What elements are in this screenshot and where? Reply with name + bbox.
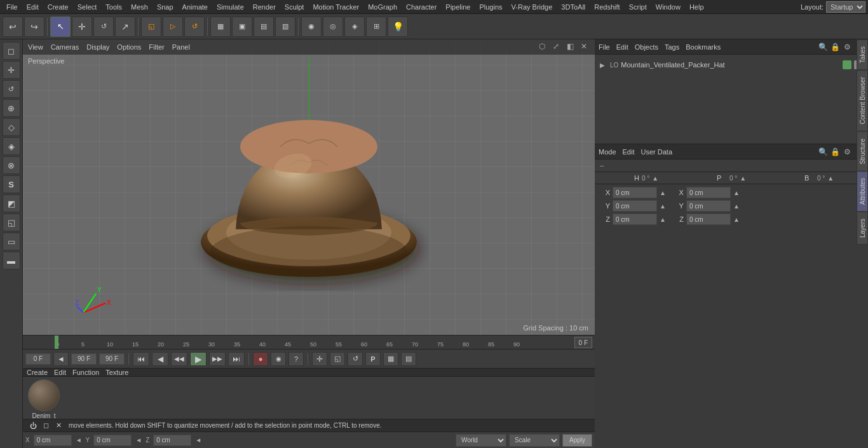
menu-render[interactable]: Render bbox=[249, 2, 280, 12]
grid-btn2[interactable]: ▦ bbox=[383, 352, 398, 366]
x-pos-input[interactable] bbox=[613, 187, 657, 198]
z-size-input[interactable] bbox=[686, 214, 731, 225]
poly-select-btn[interactable]: ◱ bbox=[330, 352, 345, 366]
model-mode-btn[interactable]: ▷ bbox=[163, 17, 183, 37]
sidebar-rect-btn[interactable]: ▭ bbox=[3, 233, 20, 250]
sidebar-bend-btn[interactable]: ◱ bbox=[3, 214, 20, 231]
vtab-content-browser[interactable]: Content Browser bbox=[857, 70, 868, 131]
coord-h-arrow[interactable]: ▲ bbox=[652, 175, 658, 182]
record-btn[interactable]: ● bbox=[253, 352, 268, 366]
timeline-row[interactable]: 0 5 10 15 20 25 30 35 40 45 50 55 60 65 … bbox=[23, 335, 595, 349]
array-btn[interactable]: ◈ bbox=[344, 17, 365, 37]
viewport[interactable]: View Cameras Display Options Filter Pane… bbox=[23, 39, 595, 335]
coord-b-arrow[interactable]: ▲ bbox=[827, 175, 834, 182]
vp-menu-display[interactable]: Display bbox=[86, 43, 109, 51]
prev-frame-btn[interactable]: ◀ bbox=[152, 352, 168, 366]
z-pos-arrow[interactable]: ▲ bbox=[660, 216, 666, 223]
menu-file[interactable]: File bbox=[3, 2, 22, 12]
obj-visibility-dot[interactable] bbox=[843, 60, 851, 69]
end-frame-input2[interactable] bbox=[99, 353, 125, 365]
menu-vray[interactable]: V-Ray Bridge bbox=[508, 2, 557, 12]
mat-menu-texture[interactable]: Texture bbox=[105, 369, 128, 376]
mat-menu-create[interactable]: Create bbox=[27, 369, 48, 376]
render-settings-btn[interactable]: ▧ bbox=[275, 17, 295, 37]
boole-btn[interactable]: ◉ bbox=[301, 17, 322, 37]
attr-menu-edit[interactable]: Edit bbox=[623, 148, 635, 156]
y-size-input[interactable] bbox=[686, 200, 731, 212]
vp-icon-close[interactable]: ✕ bbox=[578, 41, 590, 52]
render-region-btn[interactable]: ▦ bbox=[210, 17, 231, 37]
world-select[interactable]: World Object Screen bbox=[456, 434, 506, 447]
sidebar-add-btn[interactable]: ⊕ bbox=[3, 99, 20, 117]
vp-menu-panel[interactable]: Panel bbox=[172, 43, 190, 51]
y-size-arrow[interactable]: ▲ bbox=[733, 203, 740, 210]
z-pos-input[interactable] bbox=[613, 214, 657, 225]
attr-lock-icon[interactable]: 🔒 bbox=[830, 147, 840, 157]
p-btn[interactable]: P bbox=[365, 352, 381, 366]
select-mode-button[interactable]: ↖ bbox=[50, 17, 71, 37]
go-end-btn[interactable]: ⏭ bbox=[228, 352, 245, 366]
vp-menu-cameras[interactable]: Cameras bbox=[51, 43, 79, 51]
attr-menu-userdata[interactable]: User Data bbox=[641, 148, 673, 156]
obj-search-icon[interactable]: 🔍 bbox=[818, 42, 828, 52]
menu-plugins[interactable]: Plugins bbox=[475, 2, 506, 12]
sidebar-uv-btn[interactable]: ◈ bbox=[3, 137, 20, 155]
obj-menu-file[interactable]: File bbox=[599, 43, 610, 51]
vp-menu-view[interactable]: View bbox=[28, 43, 43, 51]
y-pos-arrow[interactable]: ▲ bbox=[660, 203, 666, 210]
vtab-layers[interactable]: Layers bbox=[857, 212, 868, 245]
vtab-attributes[interactable]: Attributes bbox=[857, 171, 868, 212]
menu-mograph[interactable]: MoGraph bbox=[364, 2, 401, 12]
status-power-icon[interactable]: ⏻ bbox=[28, 421, 38, 431]
sidebar-model-btn[interactable]: ◻ bbox=[3, 42, 20, 60]
vp-icon-expand[interactable]: ⬡ bbox=[536, 41, 548, 52]
menu-simulate[interactable]: Simulate bbox=[213, 2, 248, 12]
attr-settings-icon[interactable]: ⚙ bbox=[842, 147, 852, 157]
menu-animate[interactable]: Animate bbox=[179, 2, 212, 12]
obj-expand-arrow[interactable]: ▶ bbox=[600, 62, 607, 69]
menu-window[interactable]: Window bbox=[652, 2, 684, 12]
rotate-tool-btn[interactable]: ↺ bbox=[348, 352, 363, 366]
attr-search-icon[interactable]: 🔍 bbox=[818, 147, 828, 157]
light-btn[interactable]: 💡 bbox=[388, 17, 408, 37]
menu-sculpt[interactable]: Sculpt bbox=[281, 2, 308, 12]
menu-snap[interactable]: Snap bbox=[153, 2, 177, 12]
menu-help[interactable]: Help bbox=[686, 2, 708, 12]
sidebar-split-btn[interactable]: ◩ bbox=[3, 194, 20, 212]
render-btn[interactable]: ▤ bbox=[254, 17, 274, 37]
x-size-arrow[interactable]: ▲ bbox=[733, 189, 740, 196]
next-frame-btn[interactable]: ▶▶ bbox=[209, 352, 226, 366]
menu-create[interactable]: Create bbox=[44, 2, 72, 12]
menu-redshift[interactable]: Redshift bbox=[590, 2, 623, 12]
obj-menu-edit[interactable]: Edit bbox=[616, 43, 628, 51]
grid-btn[interactable]: ⊞ bbox=[366, 17, 386, 37]
menu-character[interactable]: Character bbox=[402, 2, 440, 12]
obj-menu-objects[interactable]: Objects bbox=[635, 43, 658, 51]
sidebar-polygon-btn[interactable]: ◇ bbox=[3, 118, 20, 136]
move-button[interactable]: ✛ bbox=[72, 17, 92, 37]
undo-button[interactable]: ↩ bbox=[3, 17, 23, 37]
redo-button[interactable]: ↪ bbox=[24, 17, 44, 37]
material-thumbnail[interactable] bbox=[28, 379, 60, 411]
sidebar-line-btn[interactable]: ▬ bbox=[3, 252, 20, 269]
mat-menu-function[interactable]: Function bbox=[72, 369, 99, 376]
menu-3dtoall[interactable]: 3DToAll bbox=[557, 2, 589, 12]
x-size-input[interactable] bbox=[686, 187, 731, 198]
play-reverse-btn[interactable]: ◀◀ bbox=[171, 352, 187, 366]
film-btn[interactable]: ▤ bbox=[401, 352, 416, 366]
start-frame-input[interactable] bbox=[25, 353, 51, 365]
menu-select[interactable]: Select bbox=[74, 2, 101, 12]
y-pos-input[interactable] bbox=[613, 200, 657, 212]
layout-select[interactable]: Startup bbox=[826, 1, 865, 13]
obj-settings-icon[interactable]: ⚙ bbox=[842, 42, 852, 52]
menu-tools[interactable]: Tools bbox=[102, 2, 126, 12]
sidebar-mesh-btn[interactable]: ✛ bbox=[3, 61, 20, 79]
obj-menu-bookmarks[interactable]: Bookmarks bbox=[686, 43, 721, 51]
material-item[interactable]: Denim_t bbox=[28, 379, 60, 419]
mat-menu-edit[interactable]: Edit bbox=[54, 369, 66, 376]
coord-p-arrow[interactable]: ▲ bbox=[740, 175, 746, 182]
menu-mesh[interactable]: Mesh bbox=[127, 2, 152, 12]
end-frame-input[interactable] bbox=[71, 353, 97, 365]
move-tool-btn[interactable]: ✛ bbox=[312, 352, 327, 366]
vp-icon-lock[interactable]: ◧ bbox=[564, 41, 576, 52]
